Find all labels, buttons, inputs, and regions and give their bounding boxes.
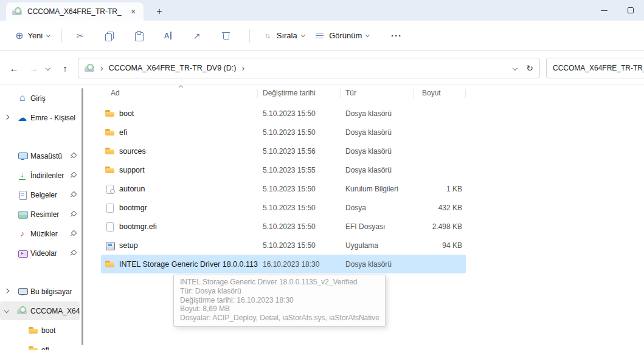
refresh-icon[interactable]: ↻ [526,63,533,73]
address-dropdown-icon[interactable] [513,66,518,70]
file-type: Dosya klasörü [341,147,414,156]
file-icon [105,221,115,232]
file-row[interactable]: support 5.10.2023 15:55 Dosya klasörü [101,160,466,179]
up-button[interactable]: ↑ [56,59,74,77]
breadcrumb-drive[interactable]: CCCOMA_X64FRE_TR-TR_DV9 (D:) [109,64,237,72]
file-row[interactable]: bootmgr 5.10.2023 15:50 Dosya 432 KB [101,198,466,217]
toolbar-button[interactable] [214,25,238,47]
desktop-icon [17,151,27,161]
file-date: 5.10.2023 15:50 [258,222,341,231]
file-icon [105,202,115,213]
expand-chevron-icon[interactable] [4,289,9,293]
sidebar-item[interactable]: Belgeler [0,185,80,204]
toolbar-button[interactable] [185,25,209,47]
copy-icon [105,31,114,41]
chevron-down-icon [301,33,305,36]
toolbar-button[interactable] [68,25,92,47]
music-icon [17,228,27,239]
chevron-down-icon [46,66,50,70]
file-size: 94 KB [414,241,466,250]
file-row[interactable]: setup 5.10.2023 15:50 Uygulama 94 KB [101,236,466,255]
videos-icon [17,248,27,258]
file-row[interactable]: bootmgr.efi 5.10.2023 15:50 EFI Dosyası … [101,217,466,236]
delete-icon [221,31,231,41]
file-date: 5.10.2023 15:50 [258,204,341,212]
sidebar-item[interactable]: Emre - Kişisel [0,108,80,127]
file-date: 5.10.2023 15:50 [258,241,341,250]
sidebar-item[interactable]: Bu bilgisayar [0,282,80,301]
home-icon [17,93,27,103]
address-bar[interactable]: › CCCOMA_X64FRE_TR-TR_DV9 (D:) › ↻ [78,58,540,78]
toolbar-button[interactable] [126,25,151,47]
sort-ascending-icon [179,85,183,89]
file-type: Dosya [341,204,414,212]
toolbar-button[interactable] [97,25,122,47]
tooltip-line: Dosyalar: ACIP_Deploy, Detail, iaStorAfs… [180,314,379,323]
new-button[interactable]: ⊕ Yeni [10,25,55,47]
search-box [546,58,644,78]
sidebar-scrollbar[interactable] [80,85,86,350]
chevron-down-icon [46,33,50,36]
view-button[interactable]: Görünüm [310,25,375,47]
maximize-button[interactable] [617,0,644,21]
file-row[interactable]: sources 5.10.2023 15:56 Dosya klasörü [101,142,466,160]
explorer-tab[interactable]: CCCOMA_X64FRE_TR-TR_DV9 × [6,2,144,21]
file-row[interactable]: INTEL Storage Generic Driver 18.0.0.1135… [101,255,466,273]
file-tooltip: INTEL Storage Generic Driver 18.0.0.1135… [173,275,386,327]
pin-icon [70,172,76,178]
divider [249,29,250,43]
sidebar-item[interactable]: Müzikler [0,224,80,243]
file-name: bootmgr.efi [119,222,157,231]
expand-chevron-icon[interactable] [4,115,9,120]
paste-icon [134,31,144,41]
sidebar-item[interactable]: efi [0,340,80,350]
file-row[interactable]: autorun 5.10.2023 15:50 Kurulum Bilgiler… [101,179,466,198]
expand-chevron-icon[interactable] [4,308,9,313]
file-name: autorun [119,185,145,193]
column-header-type[interactable]: Tür [341,85,414,101]
file-date: 5.10.2023 15:50 [258,109,341,118]
forward-button[interactable]: → [24,59,43,77]
pin-icon [70,191,76,197]
pin-icon [70,230,76,236]
file-size: 432 KB [414,204,466,212]
file-row[interactable]: boot 5.10.2023 15:50 Dosya klasörü [101,104,466,123]
sort-button[interactable]: Sırala [256,25,310,47]
breadcrumb-separator: › [99,63,105,73]
file-type: Dosya klasörü [341,260,414,269]
sidebar-item[interactable]: Masaüstü [0,146,80,165]
sidebar-item[interactable]: Videolar [0,244,80,262]
sidebar-item[interactable]: Giriş [0,89,80,108]
tab-title: CCCOMA_X64FRE_TR-TR_DV9 [27,7,122,16]
column-header-name[interactable]: Ad [101,85,258,101]
pictures-icon [17,209,27,219]
column-header-date[interactable]: Değiştirme tarihi [258,85,341,101]
file-date: 16.10.2023 18:30 [258,260,341,269]
pin-icon [70,250,76,256]
tooltip-line: INTEL Storage Generic Driver 18.0.0.1135… [180,278,379,287]
back-button[interactable]: ← [5,59,23,77]
file-date: 5.10.2023 15:50 [258,185,341,193]
search-input[interactable] [546,58,644,78]
sidebar-item[interactable]: Resimler [0,205,80,224]
column-header-size[interactable]: Boyut [414,85,466,101]
file-row[interactable]: efi 5.10.2023 15:50 Dosya klasörü [101,123,466,142]
drive-icon [17,306,27,316]
toolbar-button[interactable] [156,25,180,47]
file-size: 2.498 KB [414,222,466,231]
folder-icon [105,259,115,269]
close-tab-icon[interactable]: × [126,5,140,18]
file-name: boot [119,109,134,118]
file-actions [68,25,243,47]
folder-icon [105,127,115,137]
sidebar-item[interactable]: boot [0,321,80,340]
new-tab-button[interactable]: + [151,4,167,19]
scrollbar-thumb[interactable] [81,88,83,345]
recent-locations-button[interactable] [43,59,54,77]
file-name: support [119,166,145,174]
more-options-button[interactable]: ··· [386,25,407,47]
file-date: 5.10.2023 15:50 [258,128,341,137]
sidebar-item[interactable]: CCCOMA_X64FRE_TR-TR_DV9 [0,301,80,320]
minimize-button[interactable] [590,0,617,21]
sidebar-item[interactable]: İndirilenler [0,166,80,185]
